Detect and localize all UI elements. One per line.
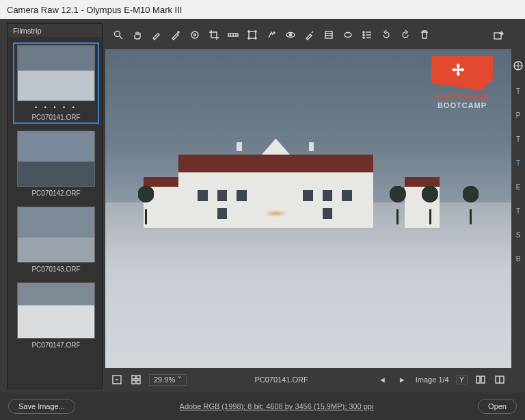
panel-tab[interactable]: S (516, 231, 521, 239)
panel-tab[interactable]: T (516, 207, 520, 215)
open-button[interactable]: Open (478, 399, 517, 414)
toolbar (105, 23, 511, 47)
status-bar: 29.9% ˅ PC070141.ORF ◄ ► Image 1/4 Y (105, 371, 511, 389)
svg-rect-34 (476, 376, 480, 383)
crop-tool-icon[interactable] (208, 29, 220, 41)
svg-point-3 (191, 31, 198, 38)
watermark-line1: PHOTOSHOP (421, 93, 503, 101)
svg-point-21 (363, 31, 364, 33)
hand-tool-icon[interactable] (131, 29, 144, 41)
filmstrip-thumb[interactable]: PC070147.ORF (13, 280, 99, 352)
watermark-line2: BOOTCAMP (421, 101, 503, 109)
chevron-down-icon: ˅ (178, 376, 182, 384)
watermark-logo: ✢ PHOTOSHOP BOOTCAMP (421, 56, 503, 109)
image-viewer[interactable]: ✢ PHOTOSHOP BOOTCAMP (105, 49, 511, 368)
rotate-ccw-icon[interactable] (380, 29, 392, 41)
filmstrip-panel: Filmstrip • • • • • PC070141.ORF PC07014… (7, 23, 103, 389)
svg-rect-32 (132, 380, 135, 384)
histogram-toggle-icon[interactable] (513, 60, 524, 71)
redeye-icon[interactable] (284, 29, 297, 41)
filmstrip-thumb[interactable]: PC070142.ORF (13, 128, 99, 200)
compare-split-icon[interactable] (474, 373, 487, 386)
workspace: Filmstrip • • • • • PC070141.ORF PC07014… (0, 19, 525, 393)
thumbnail-image (17, 283, 95, 339)
footer-bar: Save Image... Adobe RGB (1998); 8 bit; 4… (0, 393, 525, 420)
svg-rect-30 (132, 376, 135, 379)
panel-tab[interactable]: E (516, 183, 521, 191)
filmstrip-heading: Filmstrip (8, 24, 102, 38)
save-image-button[interactable]: Save Image... (8, 399, 75, 414)
color-sampler-icon[interactable] (170, 29, 182, 41)
adjust-brush-icon[interactable] (304, 29, 316, 41)
filmstrip-thumb[interactable]: PC070143.ORF (13, 204, 99, 276)
rotate-cw-icon[interactable] (399, 29, 412, 41)
list-detail-icon[interactable] (361, 29, 373, 41)
right-panel-edge: T P T T E T S B (511, 19, 525, 393)
panel-tab[interactable]: T (516, 88, 520, 95)
svg-point-16 (290, 34, 292, 36)
transform-icon[interactable] (246, 29, 258, 41)
grid-toggle-icon[interactable] (130, 373, 142, 386)
svg-point-23 (363, 34, 364, 36)
straighten-icon[interactable] (227, 29, 239, 41)
svg-rect-9 (249, 31, 256, 38)
spot-removal-icon[interactable] (265, 29, 278, 41)
image-info-link[interactable]: Adobe RGB (1998); 8 bit; 4608 by 3456 (1… (180, 402, 374, 410)
thumbnail-label: PC070141.ORF (31, 114, 80, 121)
zoom-level[interactable]: 29.9% ˅ (149, 374, 187, 386)
target-adjust-icon[interactable] (189, 29, 201, 41)
svg-rect-17 (325, 31, 332, 38)
zoom-value: 29.9% (154, 376, 175, 384)
next-image-button[interactable]: ► (396, 376, 409, 384)
panel-tab[interactable]: P (516, 111, 521, 119)
radial-filter-icon[interactable] (342, 29, 354, 41)
panel-tab[interactable]: B (516, 255, 521, 263)
svg-point-0 (115, 31, 120, 37)
image-counter: Image 1/4 (416, 376, 449, 384)
svg-point-4 (194, 34, 196, 36)
thumbnail-label: PC070147.ORF (31, 341, 80, 349)
filmstrip-thumb[interactable]: • • • • • PC070141.ORF (13, 42, 99, 124)
svg-line-1 (120, 36, 122, 39)
thumbnail-image (17, 207, 95, 263)
compare-swap-icon[interactable] (494, 373, 506, 386)
thumbnail-image (17, 45, 95, 101)
thumbnail-label: PC070142.ORF (31, 189, 80, 197)
panel-tab[interactable]: T (516, 135, 520, 143)
title-bar: Camera Raw 12.1 - Olympus E-M10 Mark III (0, 0, 525, 19)
graduated-filter-icon[interactable] (323, 29, 335, 41)
svg-rect-31 (137, 376, 140, 379)
rating-dots: • • • • • (35, 104, 77, 111)
preview-image: ✢ PHOTOSHOP BOOTCAMP (105, 49, 511, 368)
thumbnail-label: PC070143.ORF (31, 265, 80, 273)
svg-point-2 (178, 31, 179, 33)
export-icon[interactable] (492, 29, 504, 41)
white-balance-icon[interactable] (150, 29, 163, 41)
svg-rect-35 (481, 376, 485, 383)
zoom-tool-icon[interactable] (112, 29, 124, 41)
trash-icon[interactable] (418, 29, 431, 41)
svg-point-20 (345, 33, 351, 38)
app-title: Camera Raw 12.1 - Olympus E-M10 Mark III (7, 5, 182, 15)
center-pane: ✢ PHOTOSHOP BOOTCAMP 29.9% ˅ PC070141.OR… (105, 23, 511, 389)
filmstrip-body: • • • • • PC070141.ORF PC070142.ORF PC07… (8, 38, 102, 388)
current-filename: PC070141.ORF (254, 376, 308, 384)
prev-image-button[interactable]: ◄ (376, 376, 389, 384)
fit-view-icon[interactable] (111, 373, 123, 386)
svg-point-14 (273, 32, 275, 34)
thumbnail-image (17, 131, 95, 187)
panel-tab[interactable]: T (516, 159, 520, 167)
before-after-toggle[interactable]: Y (456, 375, 468, 384)
svg-point-25 (363, 37, 364, 38)
svg-rect-33 (137, 380, 140, 384)
